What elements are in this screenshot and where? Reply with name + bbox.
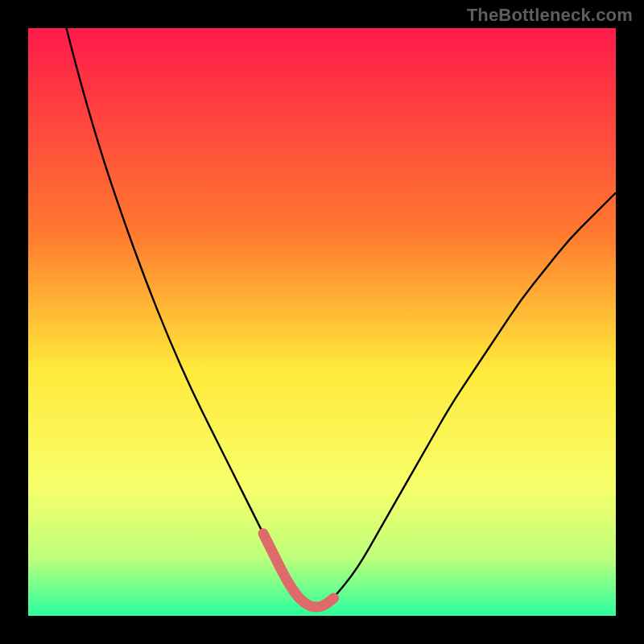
- chart-frame: TheBottleneck.com: [0, 0, 644, 644]
- watermark-text: TheBottleneck.com: [467, 5, 633, 26]
- gradient-background: [28, 28, 616, 616]
- bottleneck-chart: [0, 0, 644, 644]
